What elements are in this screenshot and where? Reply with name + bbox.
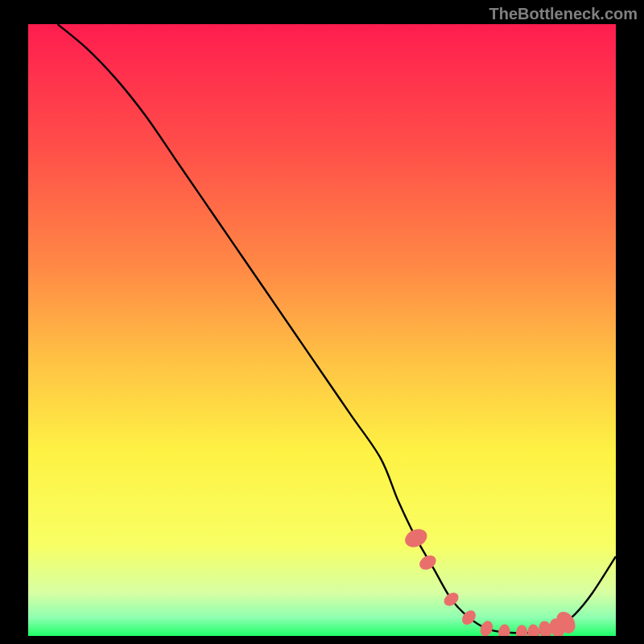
viewport: TheBottleneck.com xyxy=(0,0,644,644)
attribution-text: TheBottleneck.com xyxy=(489,5,638,23)
gradient-background xyxy=(28,24,616,636)
plot-area xyxy=(28,24,616,636)
chart-svg xyxy=(28,24,616,636)
